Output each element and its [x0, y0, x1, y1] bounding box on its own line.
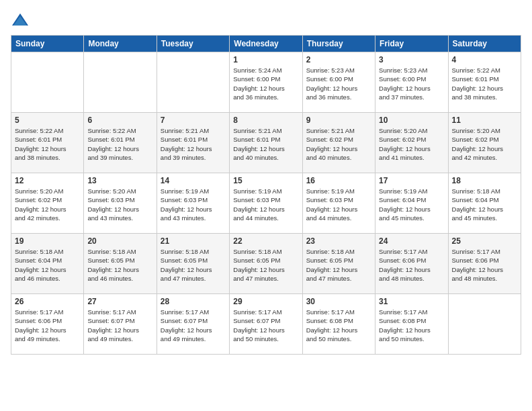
weekday-header: Sunday [11, 36, 84, 52]
calendar-cell: 25Sunrise: 5:17 AMSunset: 6:06 PMDayligh… [448, 234, 521, 294]
calendar-cell: 26Sunrise: 5:17 AMSunset: 6:06 PMDayligh… [11, 294, 84, 355]
calendar-cell: 23Sunrise: 5:18 AMSunset: 6:05 PMDayligh… [302, 234, 375, 294]
day-info: Sunrise: 5:17 AMSunset: 6:06 PMDaylight:… [15, 308, 80, 343]
day-info: Sunrise: 5:17 AMSunset: 6:07 PMDaylight:… [233, 308, 298, 343]
day-info: Sunrise: 5:17 AMSunset: 6:07 PMDaylight:… [161, 308, 226, 343]
calendar-cell: 27Sunrise: 5:17 AMSunset: 6:07 PMDayligh… [84, 294, 157, 355]
day-info: Sunrise: 5:18 AMSunset: 6:04 PMDaylight:… [15, 247, 80, 283]
calendar-cell: 10Sunrise: 5:20 AMSunset: 6:02 PMDayligh… [375, 113, 448, 173]
calendar-cell: 28Sunrise: 5:17 AMSunset: 6:07 PMDayligh… [157, 294, 229, 355]
weekday-header: Wednesday [230, 36, 302, 52]
calendar-table: SundayMondayTuesdayWednesdayThursdayFrid… [11, 35, 521, 355]
day-number: 2 [306, 55, 371, 64]
calendar-cell: 2Sunrise: 5:23 AMSunset: 6:00 PMDaylight… [302, 52, 375, 113]
day-number: 9 [306, 116, 371, 125]
day-number: 12 [15, 176, 80, 185]
day-number: 25 [452, 236, 517, 246]
day-number: 10 [379, 116, 444, 125]
day-number: 18 [452, 176, 517, 185]
calendar-cell: 16Sunrise: 5:19 AMSunset: 6:03 PMDayligh… [302, 173, 375, 234]
weekday-header: Monday [84, 36, 157, 52]
day-info: Sunrise: 5:18 AMSunset: 6:05 PMDaylight:… [306, 247, 371, 283]
calendar-cell: 19Sunrise: 5:18 AMSunset: 6:04 PMDayligh… [11, 234, 84, 294]
day-number: 29 [233, 297, 298, 306]
calendar-cell: 31Sunrise: 5:17 AMSunset: 6:08 PMDayligh… [375, 294, 448, 355]
day-number: 13 [87, 176, 152, 185]
day-info: Sunrise: 5:20 AMSunset: 6:02 PMDaylight:… [15, 187, 80, 222]
calendar-cell [11, 52, 84, 113]
day-info: Sunrise: 5:20 AMSunset: 6:02 PMDaylight:… [379, 126, 444, 162]
calendar-cell: 1Sunrise: 5:24 AMSunset: 6:00 PMDaylight… [230, 52, 302, 113]
calendar-cell: 7Sunrise: 5:21 AMSunset: 6:01 PMDaylight… [157, 113, 229, 173]
day-info: Sunrise: 5:17 AMSunset: 6:08 PMDaylight:… [306, 308, 371, 343]
calendar-cell: 8Sunrise: 5:21 AMSunset: 6:01 PMDaylight… [230, 113, 302, 173]
page-header [11, 11, 521, 30]
calendar-cell: 15Sunrise: 5:19 AMSunset: 6:03 PMDayligh… [230, 173, 302, 234]
day-info: Sunrise: 5:24 AMSunset: 6:00 PMDaylight:… [233, 66, 298, 101]
day-number: 30 [306, 297, 371, 306]
day-info: Sunrise: 5:20 AMSunset: 6:02 PMDaylight:… [452, 126, 517, 162]
calendar-cell [84, 52, 157, 113]
weekday-header: Thursday [302, 36, 375, 52]
calendar-cell: 22Sunrise: 5:18 AMSunset: 6:05 PMDayligh… [230, 234, 302, 294]
day-info: Sunrise: 5:23 AMSunset: 6:00 PMDaylight:… [306, 66, 371, 101]
day-info: Sunrise: 5:17 AMSunset: 6:06 PMDaylight:… [452, 247, 517, 283]
day-info: Sunrise: 5:17 AMSunset: 6:07 PMDaylight:… [87, 308, 152, 343]
day-number: 19 [15, 236, 80, 246]
day-number: 26 [15, 297, 80, 306]
day-number: 8 [233, 116, 298, 125]
calendar-cell: 29Sunrise: 5:17 AMSunset: 6:07 PMDayligh… [230, 294, 302, 355]
day-info: Sunrise: 5:22 AMSunset: 6:01 PMDaylight:… [87, 126, 152, 162]
day-number: 24 [379, 236, 444, 246]
day-info: Sunrise: 5:17 AMSunset: 6:06 PMDaylight:… [379, 247, 444, 283]
day-info: Sunrise: 5:21 AMSunset: 6:01 PMDaylight:… [233, 126, 298, 162]
logo [11, 11, 32, 30]
day-number: 4 [452, 55, 517, 64]
calendar-cell: 3Sunrise: 5:23 AMSunset: 6:00 PMDaylight… [375, 52, 448, 113]
calendar-cell: 24Sunrise: 5:17 AMSunset: 6:06 PMDayligh… [375, 234, 448, 294]
day-info: Sunrise: 5:19 AMSunset: 6:04 PMDaylight:… [379, 187, 444, 222]
calendar-cell: 12Sunrise: 5:20 AMSunset: 6:02 PMDayligh… [11, 173, 84, 234]
weekday-header: Tuesday [157, 36, 229, 52]
weekday-header-row: SundayMondayTuesdayWednesdayThursdayFrid… [11, 36, 521, 52]
day-number: 31 [379, 297, 444, 306]
day-info: Sunrise: 5:22 AMSunset: 6:01 PMDaylight:… [452, 66, 517, 101]
day-number: 16 [306, 176, 371, 185]
day-number: 15 [233, 176, 298, 185]
calendar-cell: 9Sunrise: 5:21 AMSunset: 6:02 PMDaylight… [302, 113, 375, 173]
day-info: Sunrise: 5:19 AMSunset: 6:03 PMDaylight:… [306, 187, 371, 222]
day-info: Sunrise: 5:19 AMSunset: 6:03 PMDaylight:… [161, 187, 226, 222]
day-info: Sunrise: 5:22 AMSunset: 6:01 PMDaylight:… [15, 126, 80, 162]
day-info: Sunrise: 5:18 AMSunset: 6:04 PMDaylight:… [452, 187, 517, 222]
calendar-cell: 30Sunrise: 5:17 AMSunset: 6:08 PMDayligh… [302, 294, 375, 355]
day-info: Sunrise: 5:21 AMSunset: 6:02 PMDaylight:… [306, 126, 371, 162]
day-number: 5 [15, 116, 80, 125]
day-number: 6 [87, 116, 152, 125]
calendar-week-row: 26Sunrise: 5:17 AMSunset: 6:06 PMDayligh… [11, 294, 521, 355]
day-number: 20 [87, 236, 152, 246]
calendar-cell: 6Sunrise: 5:22 AMSunset: 6:01 PMDaylight… [84, 113, 157, 173]
calendar-cell: 18Sunrise: 5:18 AMSunset: 6:04 PMDayligh… [448, 173, 521, 234]
weekday-header: Saturday [448, 36, 521, 52]
calendar-cell [157, 52, 229, 113]
day-number: 23 [306, 236, 371, 246]
day-info: Sunrise: 5:20 AMSunset: 6:03 PMDaylight:… [87, 187, 152, 222]
day-info: Sunrise: 5:21 AMSunset: 6:01 PMDaylight:… [161, 126, 226, 162]
day-info: Sunrise: 5:23 AMSunset: 6:00 PMDaylight:… [379, 66, 444, 101]
day-info: Sunrise: 5:19 AMSunset: 6:03 PMDaylight:… [233, 187, 298, 222]
weekday-header: Friday [375, 36, 448, 52]
calendar-cell: 13Sunrise: 5:20 AMSunset: 6:03 PMDayligh… [84, 173, 157, 234]
calendar-week-row: 12Sunrise: 5:20 AMSunset: 6:02 PMDayligh… [11, 173, 521, 234]
day-number: 22 [233, 236, 298, 246]
logo-icon [11, 11, 30, 30]
day-number: 11 [452, 116, 517, 125]
day-number: 17 [379, 176, 444, 185]
calendar-cell: 20Sunrise: 5:18 AMSunset: 6:05 PMDayligh… [84, 234, 157, 294]
calendar-cell: 4Sunrise: 5:22 AMSunset: 6:01 PMDaylight… [448, 52, 521, 113]
calendar-cell: 5Sunrise: 5:22 AMSunset: 6:01 PMDaylight… [11, 113, 84, 173]
calendar-week-row: 19Sunrise: 5:18 AMSunset: 6:04 PMDayligh… [11, 234, 521, 294]
day-number: 14 [161, 176, 226, 185]
day-number: 21 [161, 236, 226, 246]
calendar-week-row: 1Sunrise: 5:24 AMSunset: 6:00 PMDaylight… [11, 52, 521, 113]
calendar-cell: 21Sunrise: 5:18 AMSunset: 6:05 PMDayligh… [157, 234, 229, 294]
